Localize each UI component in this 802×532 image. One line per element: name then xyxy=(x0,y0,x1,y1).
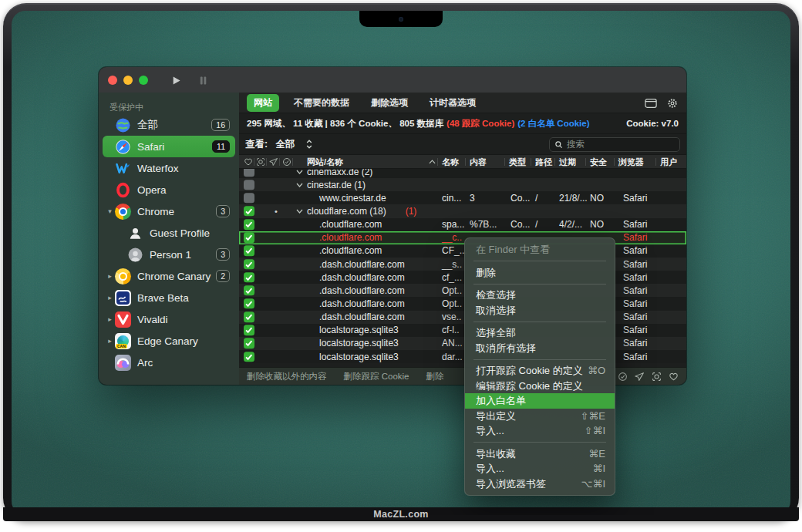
checkbox-unchecked[interactable] xyxy=(244,180,254,190)
sidebar-item-opera[interactable]: Opera xyxy=(103,179,235,200)
table-row[interactable]: .cloudflare.com__c..Safari xyxy=(239,231,686,244)
play-icon[interactable] xyxy=(171,75,181,85)
send-icon[interactable] xyxy=(269,157,278,167)
dropdown-stepper-icon[interactable] xyxy=(305,139,313,150)
heart-icon[interactable] xyxy=(244,157,253,167)
checkbox-checked[interactable] xyxy=(244,298,254,309)
tab-unwanted-data[interactable]: 不需要的数据 xyxy=(287,94,356,112)
chevron-down-icon[interactable] xyxy=(296,183,303,187)
chevron-down-icon[interactable] xyxy=(296,209,303,214)
sidebar-item-waterfox[interactable]: Waterfox xyxy=(103,157,235,179)
delete-tracking-cookies-button[interactable]: 删除跟踪 Cookie xyxy=(344,371,409,382)
checkbox-checked[interactable] xyxy=(244,259,254,270)
menu-item-edit-tracking-cookie-definitions[interactable]: 编辑跟踪 Cookie 的定义 xyxy=(465,379,615,394)
checkbox-checked[interactable] xyxy=(244,338,254,349)
column-header-6[interactable]: 安全 xyxy=(590,157,607,168)
delete-button[interactable]: 删除 xyxy=(426,371,444,382)
checkbox-checked[interactable] xyxy=(244,311,254,322)
table-row[interactable]: .dash.cloudflare.comOpt..Safari xyxy=(239,284,686,297)
chevron-right-icon[interactable]: ▸ xyxy=(105,294,115,301)
minimize-button[interactable] xyxy=(123,76,133,85)
table-row[interactable]: .cloudflare.comspa...%7B...Co.../4/2/...… xyxy=(239,218,686,231)
check-circle-icon[interactable] xyxy=(618,372,628,382)
heart-icon[interactable] xyxy=(669,372,679,382)
tab-websites[interactable]: 网站 xyxy=(247,94,279,112)
delete-except-favorites-button[interactable]: 删除收藏以外的内容 xyxy=(247,371,327,382)
sidebar-item-person-1[interactable]: Person 13 xyxy=(103,244,235,265)
menu-item-cancel-selection[interactable]: 取消选择 xyxy=(465,303,615,318)
column-header-1[interactable]: 名称 xyxy=(442,157,459,168)
table-row[interactable]: localstorage.sqlite3dar...Safari xyxy=(239,350,686,363)
table-row[interactable]: .cloudflare.comCF_...Safari xyxy=(239,244,686,258)
chevron-right-icon[interactable]: ▸ xyxy=(105,337,115,345)
sidebar-item-chrome[interactable]: ▾Chrome3 xyxy=(103,200,235,222)
checkbox-checked[interactable] xyxy=(244,285,254,296)
window-pane-icon[interactable] xyxy=(645,98,657,109)
column-header-4[interactable]: 路径 xyxy=(535,157,552,168)
menu-item-select-all[interactable]: 选择全部 xyxy=(465,325,615,341)
checkbox-checked[interactable] xyxy=(244,325,254,336)
table-row[interactable]: cinemaxx.de (2) xyxy=(239,169,686,178)
send-icon[interactable] xyxy=(635,372,645,382)
checkbox-checked[interactable] xyxy=(244,272,254,283)
gear-icon[interactable] xyxy=(666,98,679,109)
menu-item-import-browser-bookmarks[interactable]: 导入浏览器书签⌥⌘I xyxy=(465,476,615,492)
menu-item-open-tracking-cookie-definitions[interactable]: 打开跟踪 Cookie 的定义⌘O xyxy=(465,363,615,379)
table-row[interactable]: .dash.cloudflare.com__s..Safari xyxy=(239,258,686,271)
sort-ascending-icon[interactable] xyxy=(429,160,436,164)
table-row[interactable]: localstorage.sqlite3cf-l..Safari xyxy=(239,324,686,337)
desktop-wallpaper: 受保护中 全部16Safari11WaterfoxOpera▾Chrome3Gu… xyxy=(12,11,790,515)
column-header-5[interactable]: 过期 xyxy=(559,157,576,168)
sidebar-item-chrome-canary[interactable]: ▸Chrome Canary2 xyxy=(103,265,235,287)
table-row[interactable]: localstorage.sqlite3AN...Safari xyxy=(239,337,686,350)
sidebar-item-all[interactable]: 全部16 xyxy=(103,114,235,136)
sidebar-item-vivaldi[interactable]: ▸Vivaldi xyxy=(103,308,235,330)
sidebar-item-brave-beta[interactable]: ▸Brave Beta xyxy=(103,287,235,308)
search-input[interactable]: 搜索 xyxy=(549,137,680,152)
close-button[interactable] xyxy=(108,76,117,85)
table-row[interactable]: .dash.cloudflare.comvse..Safari xyxy=(239,311,686,324)
window-titlebar[interactable] xyxy=(99,67,686,93)
sidebar-item-guest-profile[interactable]: Guest Profile xyxy=(103,222,235,244)
chevron-down-icon[interactable]: ▾ xyxy=(105,207,115,215)
checkbox-unchecked[interactable] xyxy=(244,169,254,177)
menu-item-add-to-whitelist[interactable]: 加入白名单 xyxy=(465,393,615,409)
menu-item-import-definitions[interactable]: 导入...⇧⌘I xyxy=(465,423,615,439)
menu-item-export-definitions[interactable]: 导出定义⇧⌘E xyxy=(465,409,615,424)
table-row[interactable]: •cloudflare.com (18)(1) xyxy=(239,204,686,217)
zoom-button[interactable] xyxy=(139,76,148,85)
checkbox-checked[interactable] xyxy=(244,352,254,362)
view-filter-value[interactable]: 全部 xyxy=(275,138,295,151)
table-row[interactable]: www.cinestar.decin...3Co.../21/8/...NOSa… xyxy=(239,191,686,204)
menu-item-import-favorites[interactable]: 导入...⌘I xyxy=(465,461,615,476)
table-row[interactable]: .dash.cloudflare.comcf_...Safari xyxy=(239,271,686,284)
menu-item-delete[interactable]: 删除 xyxy=(465,265,615,281)
scope-icon[interactable] xyxy=(256,157,265,167)
chevron-right-icon[interactable]: ▸ xyxy=(105,272,115,280)
column-header-8[interactable]: 用户 xyxy=(660,157,677,168)
column-header-0[interactable]: 网站/名称 xyxy=(307,157,343,168)
chevron-right-icon[interactable]: ▸ xyxy=(105,315,115,323)
column-header-7[interactable]: 浏览器 xyxy=(618,157,644,168)
sidebar-item-arc[interactable]: Arc xyxy=(103,352,235,373)
check-circle-icon[interactable] xyxy=(282,157,291,167)
table-row[interactable]: .dash.cloudflare.comOpt..Safari xyxy=(239,297,686,310)
sidebar-item-safari[interactable]: Safari11 xyxy=(103,136,235,157)
chevron-down-icon[interactable] xyxy=(296,170,303,174)
tab-delete-options[interactable]: 删除选项 xyxy=(364,94,415,112)
scope-icon[interactable] xyxy=(652,372,662,382)
sidebar-item-edge-canary[interactable]: ▸CANEdge Canary xyxy=(103,330,235,352)
checkbox-checked[interactable] xyxy=(244,246,254,257)
menu-item-inspect-selection[interactable]: 检查选择 xyxy=(465,288,615,303)
checkbox-unchecked[interactable] xyxy=(244,193,254,204)
menu-item-export-favorites[interactable]: 导出收藏⌘E xyxy=(465,446,615,462)
menu-item-deselect-all[interactable]: 取消所有选择 xyxy=(465,341,615,356)
checkbox-checked[interactable] xyxy=(244,219,254,230)
table-row[interactable]: cinestar.de (1) xyxy=(239,178,686,191)
pause-icon[interactable] xyxy=(198,75,208,85)
tab-timer-options[interactable]: 计时器选项 xyxy=(423,94,483,112)
column-header-2[interactable]: 内容 xyxy=(470,157,487,168)
column-header-3[interactable]: 类型 xyxy=(509,157,526,168)
checkbox-checked[interactable] xyxy=(244,233,254,244)
checkbox-checked[interactable] xyxy=(244,206,254,217)
